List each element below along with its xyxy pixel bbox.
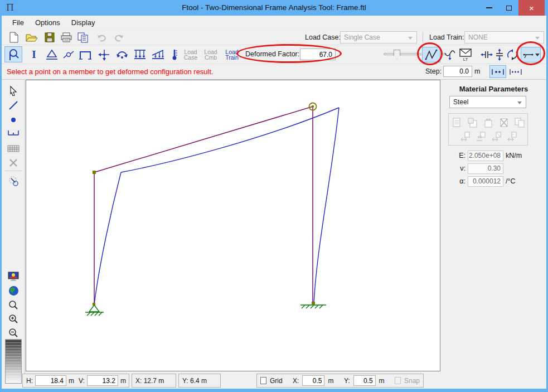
chevron-down-icon bbox=[408, 37, 413, 40]
moment-load-icon bbox=[115, 49, 129, 61]
menu-file[interactable]: File bbox=[7, 17, 29, 28]
get-material-button[interactable] bbox=[491, 131, 502, 142]
menu-bar: File Options Display bbox=[2, 16, 546, 30]
zoom-window-button[interactable] bbox=[7, 298, 20, 312]
menu-options[interactable]: Options bbox=[30, 17, 65, 28]
envelope-button[interactable]: LT bbox=[458, 47, 473, 62]
deformed-shape-icon bbox=[425, 49, 438, 61]
zoom-out-button[interactable] bbox=[7, 326, 20, 340]
load-train-edit-button[interactable]: Load Train bbox=[222, 46, 241, 62]
undo-button[interactable] bbox=[95, 31, 109, 43]
duplicate-material-button[interactable] bbox=[514, 117, 525, 128]
keyboard-input-tool-button[interactable] bbox=[7, 142, 20, 155]
uniform-load-button[interactable] bbox=[132, 47, 148, 62]
fit-screen-button[interactable] bbox=[7, 269, 20, 283]
frame-geometry-button[interactable] bbox=[77, 47, 93, 62]
e-modulus-field[interactable] bbox=[468, 151, 503, 161]
load-case-edit-button[interactable]: Load Case bbox=[181, 46, 200, 62]
minimize-icon bbox=[486, 7, 492, 8]
deformed-factor-input[interactable] bbox=[300, 49, 336, 60]
transform-tool-button[interactable] bbox=[7, 175, 20, 188]
insert-member-tool-button[interactable] bbox=[7, 99, 20, 112]
delete-material-button[interactable] bbox=[498, 117, 510, 128]
linear-load-button[interactable] bbox=[150, 47, 166, 62]
horizontal-displacement-button[interactable] bbox=[480, 47, 493, 62]
new-file-button[interactable] bbox=[7, 31, 21, 43]
magnifier-icon bbox=[8, 300, 18, 310]
load-train-dropdown[interactable]: NONE bbox=[464, 31, 544, 43]
load-case-dropdown[interactable]: Single Case bbox=[340, 31, 417, 43]
result-display-dropdown-button[interactable] bbox=[521, 47, 541, 62]
select-tool-button[interactable] bbox=[7, 84, 20, 98]
new-material-button[interactable] bbox=[452, 117, 463, 128]
load-cmb-btn-line2: Cmb bbox=[205, 55, 217, 60]
vertical-displacement-button[interactable] bbox=[493, 47, 506, 62]
close-icon: × bbox=[529, 3, 534, 13]
right-support-node[interactable] bbox=[312, 302, 315, 304]
grid-x-input[interactable] bbox=[302, 375, 324, 386]
thermal-coeff-field[interactable] bbox=[468, 176, 503, 187]
minimize-button[interactable] bbox=[479, 0, 499, 16]
slider-thumb[interactable] bbox=[394, 50, 400, 59]
poisson-field[interactable] bbox=[468, 163, 503, 174]
support-conditions-button[interactable] bbox=[44, 47, 60, 62]
beam-member[interactable] bbox=[94, 107, 313, 172]
hinge-button[interactable] bbox=[61, 47, 76, 62]
deformed-shape-button[interactable] bbox=[422, 47, 440, 62]
globe-icon bbox=[8, 285, 19, 296]
undeformed-frame bbox=[94, 107, 313, 304]
envelope-lt-label: LT bbox=[463, 57, 468, 61]
insert-node-tool-button[interactable] bbox=[7, 113, 20, 127]
redo-button[interactable] bbox=[112, 31, 125, 43]
rename-material-button[interactable]: a b bbox=[483, 117, 494, 128]
step-input[interactable] bbox=[443, 66, 472, 77]
thermal-coeff-unit: /°C bbox=[503, 177, 516, 185]
vertical-displacement-icon bbox=[496, 49, 503, 61]
load-case-label: Load Case: bbox=[305, 33, 341, 41]
menu-display[interactable]: Display bbox=[66, 17, 100, 28]
h-input[interactable] bbox=[35, 375, 66, 386]
grid-y-input[interactable] bbox=[353, 375, 376, 386]
left-support-node[interactable] bbox=[93, 303, 95, 306]
maximize-button[interactable] bbox=[499, 0, 518, 16]
apply-all-material-button[interactable]: all bbox=[475, 131, 486, 142]
step-marks-dense-icon bbox=[509, 69, 522, 75]
inspect-mode-button[interactable] bbox=[4, 46, 22, 62]
dimension-tool-button[interactable] bbox=[7, 127, 20, 141]
delete-tool-button[interactable] bbox=[7, 156, 20, 170]
section-properties-button[interactable]: I bbox=[26, 47, 42, 62]
apply-material-button[interactable] bbox=[459, 131, 471, 142]
tool-separator bbox=[5, 171, 22, 171]
copy-button[interactable] bbox=[76, 31, 90, 43]
rotation-displacement-button[interactable] bbox=[506, 47, 519, 62]
material-panel-title: Material Parameters bbox=[441, 85, 546, 93]
view-size-box: H: m V: m bbox=[22, 374, 129, 388]
nodes bbox=[93, 103, 317, 306]
save-material-button[interactable] bbox=[467, 117, 478, 128]
grid-checkbox[interactable] bbox=[260, 377, 266, 384]
step-marks-button[interactable] bbox=[489, 65, 506, 78]
snap-checkbox[interactable] bbox=[395, 377, 401, 384]
v-input[interactable] bbox=[87, 375, 118, 386]
corner-node[interactable] bbox=[93, 171, 96, 174]
open-file-button[interactable] bbox=[25, 31, 38, 43]
material-dropdown[interactable]: Steel bbox=[449, 96, 526, 108]
grid-y-unit: m bbox=[379, 377, 385, 385]
moment-load-button[interactable] bbox=[114, 47, 130, 62]
zoom-in-button[interactable] bbox=[7, 312, 20, 326]
shade-scale-strip[interactable] bbox=[5, 339, 22, 384]
step-marks-dense-button[interactable] bbox=[507, 65, 524, 78]
shade-bands bbox=[6, 340, 21, 383]
close-button[interactable]: × bbox=[518, 0, 545, 16]
model-canvas[interactable] bbox=[26, 80, 440, 371]
nodal-load-button[interactable] bbox=[96, 47, 112, 62]
temperature-load-button[interactable] bbox=[168, 47, 181, 62]
influence-line-button[interactable] bbox=[443, 47, 457, 62]
support-triangle-icon bbox=[46, 49, 58, 60]
save-file-button[interactable] bbox=[43, 31, 56, 43]
print-button[interactable] bbox=[60, 31, 73, 43]
swap-material-button[interactable] bbox=[506, 131, 517, 142]
load-combination-button[interactable]: Load Cmb bbox=[201, 46, 220, 62]
message-bar: Select a point on a member to get deform… bbox=[2, 64, 546, 80]
world-view-button[interactable] bbox=[7, 284, 20, 297]
